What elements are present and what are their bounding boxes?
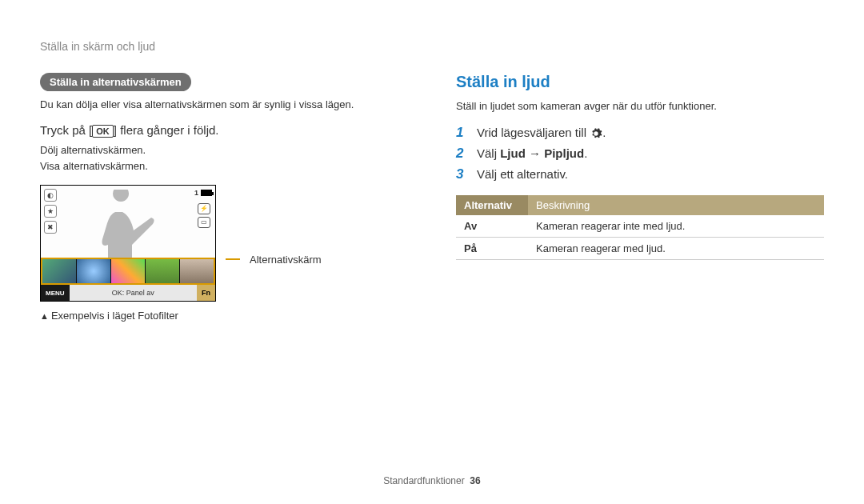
step-text: Välj Ljud → Pipljud. [477, 146, 587, 160]
sub-item-2: Visa alternativskärmen. [40, 158, 408, 174]
mode-icon: ◐ [44, 189, 57, 202]
step-text: Vrid lägesväljaren till . [477, 126, 606, 140]
step-text: Välj ett alternativ. [477, 167, 568, 181]
desc-cell: Kameran reagerar inte med ljud. [528, 215, 824, 238]
filter-strip [41, 258, 215, 285]
footer-label: Standardfunktioner [383, 475, 464, 486]
step-post: . [602, 126, 606, 139]
step-3: 3 Välj ett alternativ. [456, 166, 824, 182]
step-pre: Välj [477, 146, 500, 160]
step-bold1: Ljud [500, 146, 526, 160]
ok-label: OK: Panel av [70, 285, 197, 301]
step-arrow: → [526, 146, 544, 160]
step-pre: Vrid lägesväljaren till [477, 126, 590, 139]
gear-icon [590, 127, 602, 140]
step-num: 1 [456, 125, 469, 141]
section-pill: Ställa in alternativskärmen [40, 73, 191, 91]
ok-key-icon: OK [92, 125, 114, 138]
table-row: Av Kameran reagerar inte med ljud. [456, 215, 824, 238]
opt-cell: Av [456, 215, 528, 238]
instruction-line: Tryck på [OK] flera gånger i följd. [40, 123, 408, 138]
menu-button: MENU [41, 285, 70, 301]
instr-prefix: Tryck på [ [40, 123, 92, 137]
intro-text-right: Ställ in ljudet som kameran avger när du… [456, 99, 824, 114]
footer: Standardfunktioner 36 [0, 475, 864, 486]
step-num: 3 [456, 166, 469, 182]
desc-cell: Kameran reagerar med ljud. [528, 238, 824, 260]
flash-icon: ⚡ [198, 203, 210, 214]
page-number: 36 [470, 475, 480, 486]
person-silhouette [85, 190, 165, 258]
step-2: 2 Välj Ljud → Pipljud. [456, 146, 824, 162]
example-note: Exempelvis i läget Fotofilter [40, 310, 408, 322]
step-post: . [584, 146, 587, 160]
sub-item-1: Dölj alternativskärmen. [40, 142, 408, 158]
callout-label: Alternativskärm [250, 254, 322, 266]
fn-button: Fn [197, 285, 215, 301]
breadcrumb: Ställa in skärm och ljud [40, 40, 824, 53]
shot-count: 1 [194, 189, 198, 197]
step-num: 2 [456, 146, 469, 162]
step-bold2: Pipljud [544, 146, 584, 160]
thumb-5 [180, 259, 214, 283]
options-table: Alternativ Beskrivning Av Kameran reager… [456, 195, 824, 260]
steps-list: 1 Vrid lägesväljaren till . 2 Välj Ljud … [456, 125, 824, 182]
table-row: På Kameran reagerar med ljud. [456, 238, 824, 260]
battery-icon [201, 190, 212, 196]
thumb-3 [111, 259, 146, 283]
off-icon: ✖ [44, 221, 57, 234]
size-icon: ▭ [198, 217, 210, 228]
camera-preview: ◐ ★ ✖ 1 ⚡ ▭ [40, 185, 216, 302]
th-option: Alternativ [456, 195, 528, 215]
intro-text: Du kan dölja eller visa alternativskärme… [40, 98, 408, 112]
opt-cell: På [456, 238, 528, 260]
callout-line [226, 258, 240, 260]
th-desc: Beskrivning [528, 195, 824, 215]
sub-list: Dölj alternativskärmen. Visa alternativs… [40, 142, 408, 174]
step-1: 1 Vrid lägesväljaren till . [456, 125, 824, 141]
section-heading: Ställa in ljud [456, 73, 824, 91]
status-bar: 1 [194, 189, 212, 197]
star-icon: ★ [44, 205, 57, 218]
thumb-2 [77, 259, 111, 283]
step-pre: Välj ett alternativ. [477, 167, 568, 181]
thumb-4 [146, 259, 180, 283]
thumb-1 [42, 259, 77, 283]
instr-suffix: ] flera gånger i följd. [114, 123, 219, 137]
